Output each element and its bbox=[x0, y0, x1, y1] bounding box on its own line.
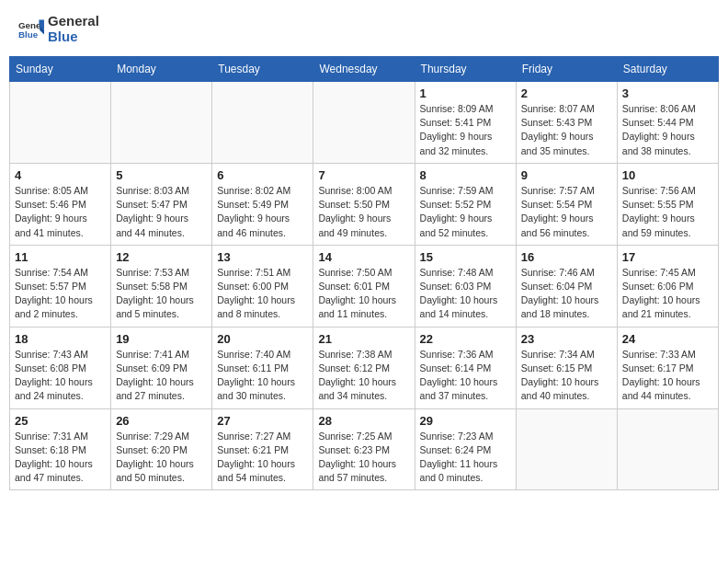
day-number: 21 bbox=[318, 332, 409, 346]
day-cell: 16Sunrise: 7:46 AMSunset: 6:04 PMDayligh… bbox=[516, 245, 617, 327]
day-info: Sunrise: 7:46 AMSunset: 6:04 PMDaylight:… bbox=[521, 266, 612, 322]
logo-icon: General Blue bbox=[18, 17, 44, 42]
week-row-1: 1Sunrise: 8:09 AMSunset: 5:41 PMDaylight… bbox=[10, 82, 719, 164]
day-info: Sunrise: 8:05 AMSunset: 5:46 PMDaylight:… bbox=[15, 184, 106, 240]
week-row-2: 4Sunrise: 8:05 AMSunset: 5:46 PMDaylight… bbox=[10, 163, 719, 245]
weekday-header-tuesday: Tuesday bbox=[212, 57, 313, 82]
page-header: General Blue General Blue bbox=[9, 9, 719, 49]
day-number: 13 bbox=[217, 250, 308, 264]
day-cell: 12Sunrise: 7:53 AMSunset: 5:58 PMDayligh… bbox=[111, 245, 212, 327]
day-number: 15 bbox=[420, 250, 511, 264]
day-number: 18 bbox=[15, 332, 106, 346]
day-info: Sunrise: 8:03 AMSunset: 5:47 PMDaylight:… bbox=[116, 184, 207, 240]
weekday-header-monday: Monday bbox=[111, 57, 212, 82]
day-number: 7 bbox=[318, 168, 409, 182]
day-cell: 23Sunrise: 7:34 AMSunset: 6:15 PMDayligh… bbox=[516, 327, 617, 408]
day-info: Sunrise: 7:31 AMSunset: 6:18 PMDaylight:… bbox=[15, 430, 106, 486]
day-info: Sunrise: 8:09 AMSunset: 5:41 PMDaylight:… bbox=[420, 102, 511, 158]
day-info: Sunrise: 7:41 AMSunset: 6:09 PMDaylight:… bbox=[116, 348, 207, 404]
day-cell bbox=[111, 82, 212, 164]
day-cell bbox=[10, 82, 111, 164]
day-number: 5 bbox=[116, 168, 207, 182]
day-number: 24 bbox=[622, 332, 713, 346]
day-cell: 2Sunrise: 8:07 AMSunset: 5:43 PMDaylight… bbox=[516, 82, 617, 164]
day-number: 9 bbox=[521, 168, 612, 182]
day-cell: 7Sunrise: 8:00 AMSunset: 5:50 PMDaylight… bbox=[313, 163, 415, 245]
day-info: Sunrise: 7:50 AMSunset: 6:01 PMDaylight:… bbox=[318, 266, 409, 322]
day-number: 17 bbox=[622, 250, 713, 264]
day-info: Sunrise: 7:48 AMSunset: 6:03 PMDaylight:… bbox=[420, 266, 511, 322]
day-cell: 21Sunrise: 7:38 AMSunset: 6:12 PMDayligh… bbox=[313, 327, 415, 408]
day-number: 25 bbox=[15, 414, 106, 428]
day-cell bbox=[313, 82, 415, 164]
day-info: Sunrise: 7:45 AMSunset: 6:06 PMDaylight:… bbox=[622, 266, 713, 322]
day-cell: 5Sunrise: 8:03 AMSunset: 5:47 PMDaylight… bbox=[111, 163, 212, 245]
day-cell: 3Sunrise: 8:06 AMSunset: 5:44 PMDaylight… bbox=[617, 82, 718, 164]
week-row-5: 25Sunrise: 7:31 AMSunset: 6:18 PMDayligh… bbox=[10, 408, 719, 490]
logo: General Blue General Blue bbox=[18, 14, 99, 44]
day-info: Sunrise: 8:00 AMSunset: 5:50 PMDaylight:… bbox=[318, 184, 409, 240]
day-info: Sunrise: 7:53 AMSunset: 5:58 PMDaylight:… bbox=[116, 266, 207, 322]
day-info: Sunrise: 8:07 AMSunset: 5:43 PMDaylight:… bbox=[521, 102, 612, 158]
day-cell: 10Sunrise: 7:56 AMSunset: 5:55 PMDayligh… bbox=[617, 163, 718, 245]
day-info: Sunrise: 7:36 AMSunset: 6:14 PMDaylight:… bbox=[420, 348, 511, 404]
day-cell: 4Sunrise: 8:05 AMSunset: 5:46 PMDaylight… bbox=[10, 163, 111, 245]
day-cell: 24Sunrise: 7:33 AMSunset: 6:17 PMDayligh… bbox=[617, 327, 718, 408]
weekday-header-row: SundayMondayTuesdayWednesdayThursdayFrid… bbox=[10, 57, 719, 82]
day-number: 10 bbox=[622, 168, 713, 182]
weekday-header-saturday: Saturday bbox=[617, 57, 718, 82]
day-info: Sunrise: 7:29 AMSunset: 6:20 PMDaylight:… bbox=[116, 430, 207, 486]
day-info: Sunrise: 7:59 AMSunset: 5:52 PMDaylight:… bbox=[420, 184, 511, 240]
day-info: Sunrise: 7:56 AMSunset: 5:55 PMDaylight:… bbox=[622, 184, 713, 240]
day-cell bbox=[617, 408, 718, 490]
day-cell: 22Sunrise: 7:36 AMSunset: 6:14 PMDayligh… bbox=[415, 327, 516, 408]
day-number: 19 bbox=[116, 332, 207, 346]
day-number: 8 bbox=[420, 168, 511, 182]
day-number: 20 bbox=[217, 332, 308, 346]
day-cell: 19Sunrise: 7:41 AMSunset: 6:09 PMDayligh… bbox=[111, 327, 212, 408]
day-info: Sunrise: 7:54 AMSunset: 5:57 PMDaylight:… bbox=[15, 266, 106, 322]
day-number: 3 bbox=[622, 86, 713, 100]
day-cell: 15Sunrise: 7:48 AMSunset: 6:03 PMDayligh… bbox=[415, 245, 516, 327]
day-cell bbox=[212, 82, 313, 164]
day-number: 14 bbox=[318, 250, 409, 264]
weekday-header-thursday: Thursday bbox=[415, 57, 516, 82]
day-number: 26 bbox=[116, 414, 207, 428]
day-cell: 14Sunrise: 7:50 AMSunset: 6:01 PMDayligh… bbox=[313, 245, 415, 327]
week-row-4: 18Sunrise: 7:43 AMSunset: 6:08 PMDayligh… bbox=[10, 327, 719, 408]
day-number: 1 bbox=[420, 86, 511, 100]
week-row-3: 11Sunrise: 7:54 AMSunset: 5:57 PMDayligh… bbox=[10, 245, 719, 327]
day-cell: 13Sunrise: 7:51 AMSunset: 6:00 PMDayligh… bbox=[212, 245, 313, 327]
day-info: Sunrise: 7:51 AMSunset: 6:00 PMDaylight:… bbox=[217, 266, 308, 322]
day-cell: 6Sunrise: 8:02 AMSunset: 5:49 PMDaylight… bbox=[212, 163, 313, 245]
day-cell: 11Sunrise: 7:54 AMSunset: 5:57 PMDayligh… bbox=[10, 245, 111, 327]
day-number: 27 bbox=[217, 414, 308, 428]
day-cell: 18Sunrise: 7:43 AMSunset: 6:08 PMDayligh… bbox=[10, 327, 111, 408]
logo-blue: Blue bbox=[48, 29, 99, 45]
day-info: Sunrise: 7:27 AMSunset: 6:21 PMDaylight:… bbox=[217, 430, 308, 486]
day-info: Sunrise: 7:43 AMSunset: 6:08 PMDaylight:… bbox=[15, 348, 106, 404]
day-cell: 20Sunrise: 7:40 AMSunset: 6:11 PMDayligh… bbox=[212, 327, 313, 408]
day-cell: 8Sunrise: 7:59 AMSunset: 5:52 PMDaylight… bbox=[415, 163, 516, 245]
day-cell: 29Sunrise: 7:23 AMSunset: 6:24 PMDayligh… bbox=[415, 408, 516, 490]
day-number: 11 bbox=[15, 250, 106, 264]
day-cell: 28Sunrise: 7:25 AMSunset: 6:23 PMDayligh… bbox=[313, 408, 415, 490]
day-info: Sunrise: 7:33 AMSunset: 6:17 PMDaylight:… bbox=[622, 348, 713, 404]
weekday-header-sunday: Sunday bbox=[10, 57, 111, 82]
day-info: Sunrise: 7:34 AMSunset: 6:15 PMDaylight:… bbox=[521, 348, 612, 404]
day-number: 4 bbox=[15, 168, 106, 182]
day-cell: 9Sunrise: 7:57 AMSunset: 5:54 PMDaylight… bbox=[516, 163, 617, 245]
day-number: 22 bbox=[420, 332, 511, 346]
day-cell: 1Sunrise: 8:09 AMSunset: 5:41 PMDaylight… bbox=[415, 82, 516, 164]
weekday-header-friday: Friday bbox=[516, 57, 617, 82]
day-cell: 26Sunrise: 7:29 AMSunset: 6:20 PMDayligh… bbox=[111, 408, 212, 490]
day-number: 16 bbox=[521, 250, 612, 264]
day-number: 28 bbox=[318, 414, 409, 428]
day-number: 29 bbox=[420, 414, 511, 428]
weekday-header-wednesday: Wednesday bbox=[313, 57, 415, 82]
day-info: Sunrise: 7:38 AMSunset: 6:12 PMDaylight:… bbox=[318, 348, 409, 404]
day-cell: 25Sunrise: 7:31 AMSunset: 6:18 PMDayligh… bbox=[10, 408, 111, 490]
day-info: Sunrise: 7:23 AMSunset: 6:24 PMDaylight:… bbox=[420, 430, 511, 486]
day-info: Sunrise: 7:40 AMSunset: 6:11 PMDaylight:… bbox=[217, 348, 308, 404]
day-info: Sunrise: 8:06 AMSunset: 5:44 PMDaylight:… bbox=[622, 102, 713, 158]
